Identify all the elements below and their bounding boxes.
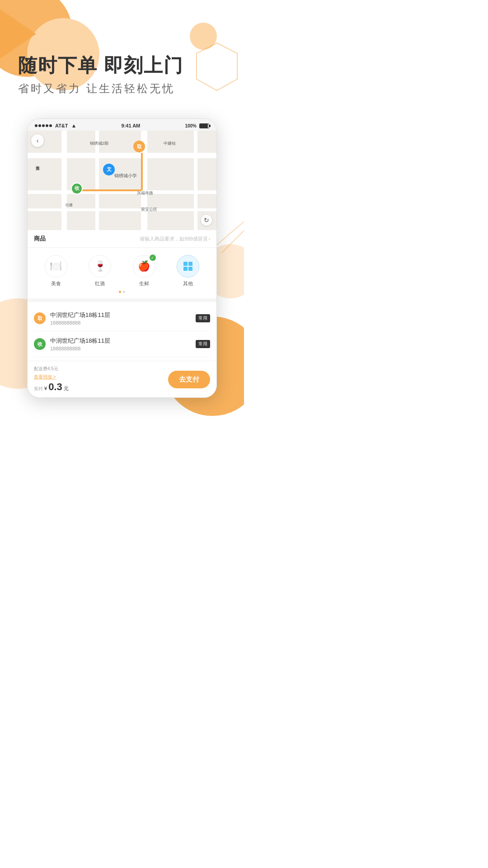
map-pin-dropoff: 收 [71, 183, 83, 194]
map-pin-school: 文 [103, 164, 115, 175]
goods-hint-arrow-icon: › [209, 236, 210, 241]
map-back-button[interactable]: ‹ [31, 134, 44, 147]
status-bar: AT&T ▲ 9:41 AM 100% [28, 119, 216, 131]
map-road-horizontal-3 [28, 208, 216, 211]
address-item-pickup[interactable]: 取 中润世纪广场18栋11层 18888888888 常用 [34, 306, 210, 331]
pickup-address-name: 中润世纪广场18栋11层 [50, 311, 191, 319]
map-label-zhongjian: 中建钴 [164, 141, 176, 146]
category-item-fresh[interactable]: 🍎 ✓ 生鲜 [133, 255, 155, 287]
map-road-horizontal-1 [28, 153, 216, 158]
map-area: 锦绣城2期 中建钴 齐鲁大道 锦绣城小学 兴福寺路 荣宝公区 往建 取 收 文 … [28, 131, 216, 230]
address-pin-dropoff: 收 [34, 338, 46, 350]
map-route-v [141, 153, 143, 191]
hero-title: 随时下单 即刻上门 [18, 54, 226, 77]
map-label-jinxiu2: 锦绣城2期 [90, 141, 108, 146]
other-grid-icon [183, 261, 193, 272]
goods-section: 商品 请输入商品要求，如999感冒灵 › [28, 230, 216, 248]
battery-fill [200, 124, 208, 128]
map-route-h [79, 189, 141, 191]
actual-price-row: 实付 ¥ 0.3 元 [34, 381, 168, 393]
hero-subtitle: 省时又省力 让生活轻松无忧 [18, 81, 226, 96]
category-label-food: 美食 [51, 280, 61, 287]
hero-section: 随时下单 即刻上门 省时又省力 让生活轻松无忧 [0, 0, 244, 109]
phone-mockup-wrapper: AT&T ▲ 9:41 AM 100% [9, 118, 235, 398]
category-icon-food: 🍽️ [45, 255, 67, 278]
category-check-icon: ✓ [150, 255, 156, 261]
currency-symbol: ¥ [44, 386, 47, 391]
goods-hint-text: 请输入商品要求，如999感冒灵 [140, 236, 207, 242]
signal-dot-4 [46, 124, 48, 127]
status-right: 100% [185, 123, 209, 128]
address-info-dropoff: 中润世纪广场18栋11层 18888888888 [50, 337, 191, 351]
status-left: AT&T ▲ [35, 123, 76, 129]
category-icon-wine: 🍷 [89, 255, 111, 278]
bottom-fee-section: 配送费4.5元 查看明细 > 实付 ¥ 0.3 元 [34, 366, 168, 393]
goods-hint[interactable]: 请输入商品要求，如999感冒灵 › [140, 236, 210, 242]
category-icon-other [177, 255, 199, 278]
signal-dots [35, 124, 52, 127]
category-dots-indicator [34, 291, 210, 293]
svg-rect-3 [183, 262, 188, 266]
carrier-label: AT&T [55, 123, 68, 128]
fee-row-detail[interactable]: 查看明细 > [34, 372, 168, 380]
dropoff-phone: 18888888888 [50, 346, 191, 351]
price-amount: 0.3 [48, 381, 62, 393]
signal-dot-2 [38, 124, 41, 127]
address-item-dropoff[interactable]: 收 中润世纪广场18栋11层 18888888888 常用 [34, 331, 210, 357]
wine-icon: 🍷 [94, 260, 106, 272]
category-label-other: 其他 [183, 280, 193, 287]
map-label-school: 锦绣城小学 [114, 173, 137, 179]
signal-dot-1 [35, 124, 38, 127]
battery-bar [199, 123, 209, 128]
cat-dot-1 [119, 291, 121, 293]
cat-dot-2 [123, 291, 125, 293]
map-label-rongbao: 荣宝公区 [141, 207, 157, 212]
map-background: 锦绣城2期 中建钴 齐鲁大道 锦绣城小学 兴福寺路 荣宝公区 往建 取 收 文 … [28, 131, 216, 230]
battery-tip [209, 125, 211, 127]
map-refresh-button[interactable]: ↻ [201, 215, 212, 226]
category-item-other[interactable]: 其他 [177, 255, 199, 287]
battery-percent: 100% [185, 123, 197, 128]
pay-button[interactable]: 去支付 [168, 371, 210, 388]
food-icon: 🍽️ [50, 260, 62, 272]
goods-label: 商品 [34, 235, 46, 243]
category-label-fresh: 生鲜 [139, 280, 149, 287]
fresh-icon: 🍎 [138, 260, 150, 272]
map-label-wangjian: 往建 [66, 203, 73, 208]
dropoff-pin-label: 收 [38, 341, 42, 348]
actual-pay-label: 实付 [34, 386, 43, 392]
price-unit: 元 [64, 385, 69, 392]
svg-rect-5 [183, 267, 188, 271]
category-row: 🍽️ 美食 🍷 红酒 🍎 [34, 255, 210, 287]
dropoff-address-name: 中润世纪广场18栋11层 [50, 337, 191, 345]
goods-row: 商品 请输入商品要求，如999感冒灵 › [34, 235, 210, 243]
category-label-wine: 红酒 [95, 280, 105, 287]
category-item-food[interactable]: 🍽️ 美食 [45, 255, 67, 287]
wifi-icon: ▲ [71, 123, 77, 129]
signal-dot-5 [49, 124, 52, 127]
map-label-xingfu: 兴福寺路 [137, 190, 153, 196]
category-section: 🍽️ 美食 🍷 红酒 🍎 [28, 248, 216, 302]
address-pin-pickup: 取 [34, 312, 46, 324]
category-item-wine[interactable]: 🍷 红酒 [89, 255, 111, 287]
pickup-address-tag: 常用 [196, 314, 210, 322]
fee-row-top: 配送费4.5元 [34, 366, 168, 372]
phone-mockup: AT&T ▲ 9:41 AM 100% [27, 118, 217, 398]
address-section: 取 中润世纪广场18栋11层 18888888888 常用 收 中润世纪广场18… [28, 306, 216, 357]
map-road-vertical-1 [61, 131, 67, 230]
signal-dot-3 [42, 124, 45, 127]
page-content: 随时下单 即刻上门 省时又省力 让生活轻松无忧 AT&T ▲ [0, 0, 244, 398]
view-detail-link[interactable]: 查看明细 > [34, 374, 56, 379]
category-icon-fresh: 🍎 ✓ [133, 255, 155, 278]
address-info-pickup: 中润世纪广场18栋11层 18888888888 [50, 311, 191, 326]
dropoff-address-tag: 常用 [196, 340, 210, 348]
pickup-phone: 18888888888 [50, 320, 191, 326]
bottom-bar: 配送费4.5元 查看明细 > 实付 ¥ 0.3 元 去支付 [28, 361, 216, 397]
svg-rect-4 [188, 262, 192, 266]
pickup-pin-label: 取 [38, 315, 42, 322]
delivery-fee-label: 配送费4.5元 [34, 366, 58, 372]
map-road-vertical-4 [194, 131, 197, 230]
svg-rect-6 [188, 267, 192, 271]
status-time: 9:41 AM [122, 123, 141, 128]
